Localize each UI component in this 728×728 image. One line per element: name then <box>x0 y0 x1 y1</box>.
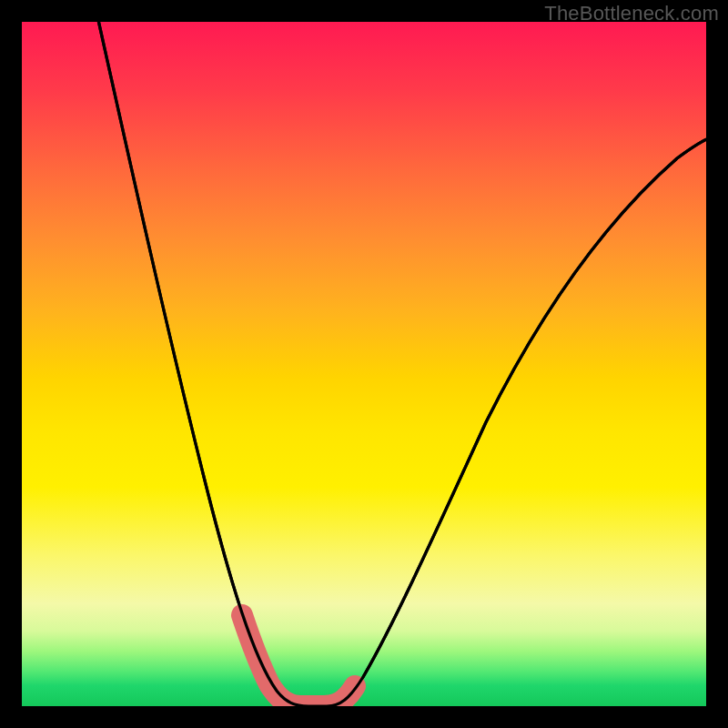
curve-layer <box>22 22 706 706</box>
watermark-text: TheBottleneck.com <box>544 2 719 25</box>
bottleneck-curve-overlay <box>95 22 706 706</box>
plot-area <box>22 22 706 706</box>
chart-frame: TheBottleneck.com <box>0 0 728 728</box>
